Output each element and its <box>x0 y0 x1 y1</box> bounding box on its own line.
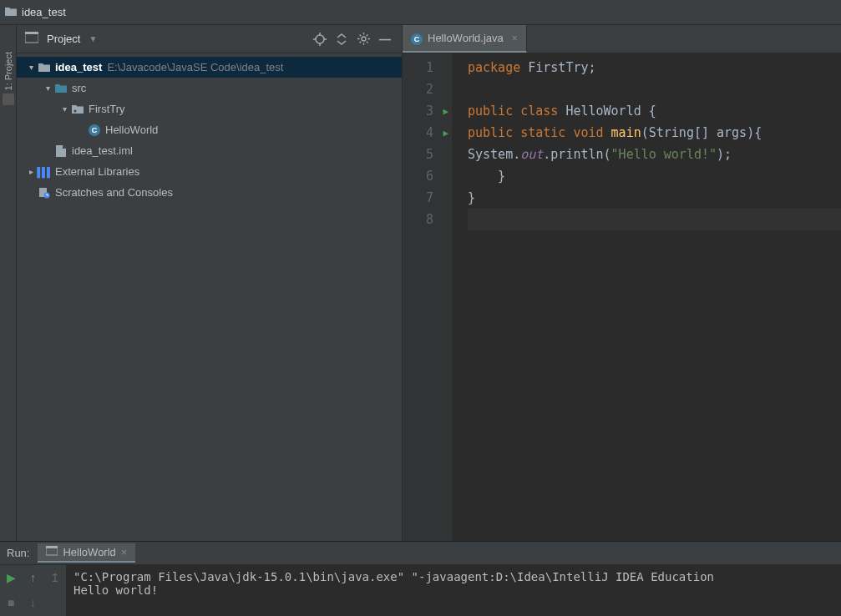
class-icon: C <box>411 32 423 45</box>
tree-item-path: E:\Javacode\JavaSE Code\idea_test <box>107 61 283 73</box>
project-panel-header: Project ▼ — <box>17 25 402 53</box>
tree-item-label: Scratches and Consoles <box>55 186 173 199</box>
window-title: idea_test <box>22 6 66 18</box>
tree-item-label: FirstTry <box>89 103 125 115</box>
project-panel: Project ▼ — ▾ idea_test E:\Javacode\Java… <box>17 25 403 541</box>
gutter-line[interactable]: 1 <box>403 57 452 78</box>
tree-external-libraries[interactable]: ▸ ▌▌▌ External Libraries <box>17 161 402 182</box>
tree-src[interactable]: ▾ src <box>17 78 402 98</box>
project-view-icon <box>25 32 38 46</box>
gutter-line[interactable]: 4▶ <box>403 122 452 144</box>
chevron-down-icon[interactable]: ▼ <box>89 34 97 43</box>
code-editor[interactable]: 1 2 3▶ 4▶ 5 6 7 8 package FirstTry; publ… <box>403 53 841 541</box>
close-icon[interactable]: × <box>512 33 518 44</box>
svg-point-3 <box>362 37 366 41</box>
chevron-down-icon[interactable]: ▾ <box>25 63 37 72</box>
editor-tabbar: C HelloWorld.java × <box>403 25 841 53</box>
tree-item-label: idea_test <box>55 61 102 73</box>
gutter-line[interactable]: 6 <box>403 165 452 187</box>
hide-panel-icon[interactable]: — <box>377 31 393 48</box>
chevron-right-icon[interactable]: ▸ <box>25 167 37 176</box>
chevron-down-icon[interactable]: ▾ <box>42 83 53 93</box>
gutter-line[interactable]: 7 <box>403 187 452 209</box>
tree-scratches[interactable]: Scratches and Consoles <box>17 182 402 203</box>
gear-icon[interactable] <box>355 31 372 48</box>
editor-tab[interactable]: C HelloWorld.java × <box>403 25 527 53</box>
code-content[interactable]: package FirstTry; public class HelloWorl… <box>453 53 841 541</box>
package-icon <box>70 104 85 114</box>
rerun-icon[interactable]: ▶ <box>7 571 16 584</box>
tree-item-label: src <box>72 82 86 94</box>
console-line: Hello world! <box>73 583 158 597</box>
editor-area: C HelloWorld.java × 1 2 3▶ 4▶ 5 6 7 8 pa… <box>403 25 841 541</box>
console-line: "C:\Program Files\Java\jdk-15.0.1\bin\ja… <box>73 570 714 583</box>
folder-icon <box>37 63 52 73</box>
close-icon[interactable]: × <box>121 546 128 558</box>
run-console[interactable]: "C:\Program Files\Java\jdk-15.0.1\bin\ja… <box>67 565 841 616</box>
up-arrow-icon[interactable]: ↑ <box>30 571 36 584</box>
project-panel-title[interactable]: Project <box>47 33 80 45</box>
class-icon: C <box>87 124 102 136</box>
locate-icon[interactable] <box>312 31 328 48</box>
chevron-down-icon[interactable]: ▾ <box>58 104 70 114</box>
run-tool-header: Run: HelloWorld × <box>0 542 841 565</box>
svg-point-2 <box>316 35 324 43</box>
library-icon: ▌▌▌ <box>37 167 52 177</box>
run-toolbar: ▶ ↑ ↥ ■ ↓ <box>0 565 67 616</box>
run-gutter-icon[interactable]: ▶ <box>443 128 448 139</box>
source-folder-icon <box>53 83 68 93</box>
run-tool-window: Run: HelloWorld × ▶ ↑ ↥ ■ ↓ "C:\Program … <box>0 541 841 616</box>
editor-gutter[interactable]: 1 2 3▶ 4▶ 5 6 7 8 <box>403 53 453 541</box>
down-arrow-icon[interactable]: ↓ <box>30 596 36 609</box>
expand-all-icon[interactable] <box>333 31 350 48</box>
window-titlebar: idea_test <box>0 0 841 25</box>
tree-item-label: External Libraries <box>55 165 139 178</box>
gutter-line[interactable]: 8 <box>403 209 452 230</box>
svg-rect-0 <box>25 33 38 43</box>
stop-icon[interactable]: ■ <box>8 596 14 609</box>
svg-rect-8 <box>46 546 58 548</box>
svg-point-4 <box>74 109 77 112</box>
gutter-line[interactable]: 5 <box>403 144 452 165</box>
svg-rect-1 <box>25 32 38 34</box>
run-gutter-icon[interactable]: ▶ <box>443 106 448 117</box>
project-tree: ▾ idea_test E:\Javacode\JavaSE Code\idea… <box>17 53 402 541</box>
left-tool-rail: 1: Project <box>0 25 17 541</box>
run-tab[interactable]: HelloWorld × <box>38 543 135 563</box>
file-icon <box>53 145 68 157</box>
tree-class[interactable]: C HelloWorld <box>17 119 402 140</box>
application-icon <box>46 546 58 558</box>
folder-icon <box>5 6 17 19</box>
tree-item-label: HelloWorld <box>105 124 158 136</box>
tree-item-label: idea_test.iml <box>72 144 133 157</box>
run-header-label: Run: <box>7 547 29 559</box>
tree-iml[interactable]: idea_test.iml <box>17 140 402 161</box>
gutter-line[interactable]: 2 <box>403 78 452 100</box>
run-config-name: HelloWorld <box>63 546 115 558</box>
gutter-line[interactable]: 3▶ <box>403 100 452 122</box>
structure-tool-button[interactable] <box>3 93 14 105</box>
tree-root[interactable]: ▾ idea_test E:\Javacode\JavaSE Code\idea… <box>17 57 402 78</box>
project-tool-button[interactable]: 1: Project <box>3 48 13 93</box>
tab-label: HelloWorld.java <box>428 32 504 44</box>
scratch-icon <box>37 187 52 199</box>
tree-package[interactable]: ▾ FirstTry <box>17 98 402 119</box>
filter-icon[interactable]: ↥ <box>50 571 60 584</box>
